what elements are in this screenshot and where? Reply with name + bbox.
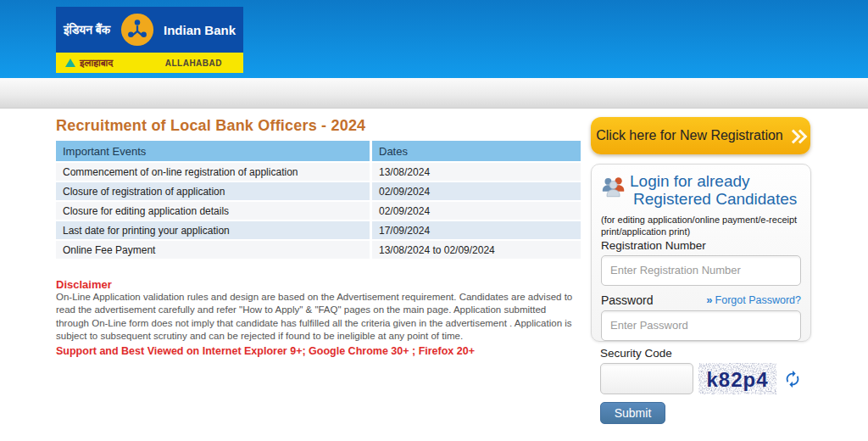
bank-name-hindi: इंडियन बैंक	[64, 23, 110, 37]
password-input[interactable]	[601, 310, 801, 341]
table-row: Commencement of on-line registration of …	[56, 163, 581, 181]
page: इंडियन बैंक Indian Bank इलाहाबाद ALLAHAB…	[0, 0, 868, 441]
date-cell: 13/08/2024	[372, 163, 581, 181]
page-title: Recruitment of Local Bank Officers - 202…	[56, 117, 365, 135]
bank-logo-top: इंडियन बैंक Indian Bank	[56, 7, 243, 53]
forgot-password-label: Forgot Password?	[715, 294, 801, 306]
table-row: Closure for editing application details …	[56, 202, 581, 220]
captcha-row: k82p4	[600, 363, 802, 394]
allahabad-english: ALLAHABAD	[165, 59, 222, 68]
table-row: Last date for printing your application …	[56, 221, 581, 239]
bank-logo: इंडियन बैंक Indian Bank इलाहाबाद ALLAHAB…	[56, 7, 243, 73]
password-row: Password » Forgot Password?	[601, 293, 801, 307]
login-heading: Login for already Registered Candidates	[601, 172, 801, 209]
date-cell: 02/09/2024	[372, 202, 581, 220]
table-header-dates: Dates	[372, 141, 581, 161]
login-panel: Login for already Registered Candidates …	[591, 164, 811, 342]
date-cell: 17/09/2024	[372, 221, 581, 239]
table-header-important-events: Important Events	[56, 141, 370, 161]
submit-button[interactable]: Submit	[600, 402, 665, 424]
forgot-password-chevron-icon: »	[706, 293, 711, 306]
new-registration-label: Click here for New Registration	[596, 128, 783, 143]
captcha-text: k82p4	[698, 363, 776, 394]
event-cell: Last date for printing your application	[56, 221, 370, 239]
event-cell: Commencement of on-line registration of …	[56, 163, 370, 181]
table-header-row: Important Events Dates	[56, 141, 581, 161]
registration-number-label: Registration Number	[601, 239, 801, 252]
menu-bar	[0, 78, 868, 109]
login-title: Login for already Registered Candidates	[630, 172, 797, 209]
table-row: Closure of registration of application 0…	[56, 182, 581, 200]
event-cell: Online Fee Payment	[56, 241, 370, 259]
disclaimer-body: On-Line Application validation rules and…	[56, 291, 581, 343]
refresh-icon	[783, 370, 802, 388]
event-cell: Closure for editing application details	[56, 202, 370, 220]
browser-support-note: Support and Best Viewed on Internet Expl…	[56, 345, 475, 357]
important-events-table: Important Events Dates Commencement of o…	[56, 141, 581, 259]
security-code-input[interactable]	[600, 363, 693, 394]
security-code-label: Security Code	[600, 347, 672, 360]
event-cell: Closure of registration of application	[56, 182, 370, 200]
disclaimer-heading: Disclaimer	[56, 278, 112, 291]
login-title-line2: Registered Candidates	[630, 190, 797, 208]
captcha-image: k82p4	[698, 363, 776, 394]
bank-name-english: Indian Bank	[164, 23, 236, 37]
registration-number-input[interactable]	[601, 255, 801, 286]
captcha-refresh-button[interactable]	[783, 370, 802, 388]
indian-bank-emblem-icon	[120, 12, 155, 47]
login-title-line1: Login for already	[630, 172, 797, 190]
login-note: (for editing application/online payment/…	[601, 214, 801, 237]
date-cell: 02/09/2024	[372, 182, 581, 200]
password-label: Password	[601, 293, 653, 307]
allahabad-hindi: इलाहाबाद	[80, 57, 113, 69]
double-chevron-icon	[792, 131, 805, 142]
forgot-password-link[interactable]: » Forgot Password?	[706, 293, 801, 306]
table-row: Online Fee Payment 13/08/2024 to 02/09/2…	[56, 241, 581, 259]
registered-candidates-icon	[601, 176, 626, 198]
bank-logo-strip: इलाहाबाद ALLAHABAD	[56, 53, 243, 73]
date-cell: 13/08/2024 to 02/09/2024	[372, 241, 581, 259]
allahabad-triangle-icon	[65, 59, 75, 67]
new-registration-button[interactable]: Click here for New Registration	[591, 117, 810, 154]
header-banner: इंडियन बैंक Indian Bank इलाहाबाद ALLAHAB…	[0, 0, 868, 78]
